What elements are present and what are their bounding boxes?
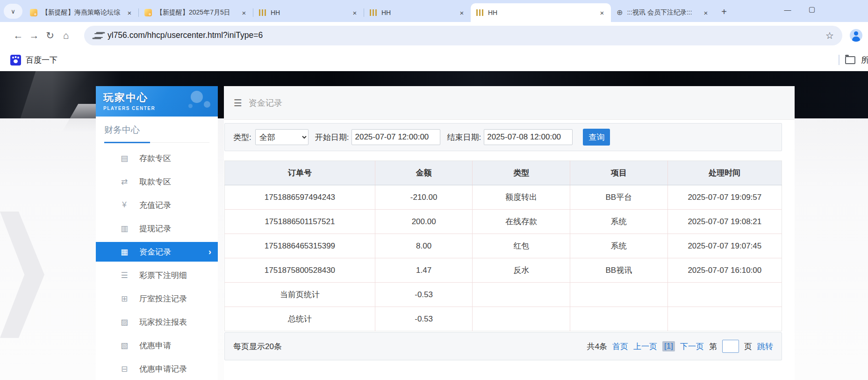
tab-close-icon[interactable]: × [458, 8, 466, 17]
window-controls: — ▢ [780, 0, 820, 19]
all-bookmarks-button[interactable]: 所 [839, 49, 868, 71]
tab-close-icon[interactable]: × [351, 8, 359, 17]
table-row: 17518864653153998.00红包系统2025-07-07 19:07… [225, 234, 782, 258]
table-row: 总统计-0.53 [225, 307, 782, 331]
next-page-link[interactable]: 下一页 [680, 341, 704, 352]
table-row: 1751886501157521200.00在线存款系统2025-07-07 1… [225, 210, 782, 234]
url-text[interactable]: yl756.com/hhcp/usercenter.html?iniType=6 [108, 30, 825, 40]
table-cell: -210.00 [375, 185, 473, 210]
address-bar[interactable]: yl756.com/hhcp/usercenter.html?iniType=6… [84, 26, 842, 45]
baidu-paw-icon [10, 55, 21, 66]
table-cell: 1751886597494243 [225, 185, 375, 210]
player-center-sidebar: 玩家中心 PLAYERS CENTER 财务中心 ▤存款专区⇄取款专区¥充值记录… [96, 86, 218, 380]
first-page-link[interactable]: 首页 [612, 341, 628, 352]
sidebar-item[interactable]: ▥提现记录 [96, 219, 218, 238]
tab-close-icon[interactable]: × [125, 8, 134, 17]
main-panel: ☰ 资金记录 类型: 全部 开始日期: 结束日期: 查询 订单号金额类型项目处理… [224, 86, 795, 380]
search-button[interactable]: 查询 [583, 129, 610, 146]
table-cell [667, 283, 782, 307]
new-tab-button[interactable]: + [717, 5, 731, 18]
page-size-label: 每页显示20条 [233, 341, 282, 352]
browser-tab[interactable]: ⊕:::视讯 会员下注纪录:::× [611, 3, 715, 22]
jump-suffix-label: 页 [744, 341, 752, 352]
back-button[interactable]: ← [10, 28, 26, 44]
sidebar-item[interactable]: ⊟优惠申请记录 [96, 359, 218, 379]
tab-close-icon[interactable]: × [240, 8, 248, 17]
type-label: 类型: [233, 132, 251, 143]
sidebar-item-label: 优惠申请 [139, 340, 171, 351]
header-cell: 订单号 [225, 161, 375, 185]
deposit-card-icon: ▤ [119, 153, 129, 163]
table-header-row: 订单号金额类型项目处理时间 [225, 161, 782, 185]
browser-tab[interactable]: 【新提醒】海燕策略论坛综× [24, 3, 138, 22]
sidebar-item[interactable]: ¥充值记录 [96, 195, 218, 215]
bookmarks-divider [839, 55, 839, 65]
profile-avatar[interactable] [850, 29, 862, 42]
table-cell: 2025-07-07 19:09:57 [667, 185, 782, 210]
start-date-label: 开始日期: [315, 132, 349, 143]
hamburger-icon[interactable]: ☰ [234, 97, 242, 109]
site-logo-icon [370, 9, 377, 16]
tab-search-button[interactable]: ∨ [4, 4, 22, 19]
header-cell: 金额 [375, 161, 473, 185]
sidebar-section-title: 财务中心 [104, 124, 209, 143]
prev-page-link[interactable]: 上一页 [633, 341, 657, 352]
table-row: 1751886597494243-210.00额度转出BB平台2025-07-0… [225, 185, 782, 210]
type-select[interactable]: 全部 [255, 129, 308, 145]
bookmark-label: 百度一下 [26, 55, 57, 66]
web-page: 玩家中心 PLAYERS CENTER 财务中心 ▤存款专区⇄取款专区¥充值记录… [0, 71, 868, 380]
sidebar-item[interactable]: ☰彩票下注明细 [96, 265, 218, 285]
chevron-down-icon: ∨ [11, 8, 15, 15]
site-settings-icon[interactable] [94, 32, 103, 39]
table-row: 17518758005284301.47反水BB视讯2025-07-07 16:… [225, 258, 782, 283]
browser-tab[interactable]: 【新提醒】2025年7月5日× [139, 3, 253, 22]
table-cell: 1751886465315399 [225, 234, 375, 258]
sidebar-item[interactable]: ▦资金记录› [96, 242, 218, 262]
browser-toolbar: ← → ↻ ⌂ yl756.com/hhcp/usercenter.html?i… [0, 22, 868, 49]
home-button[interactable]: ⌂ [58, 28, 74, 44]
browser-tab[interactable]: HH× [471, 3, 611, 22]
header-cell: 项目 [570, 161, 668, 185]
table-cell: 8.00 [375, 234, 473, 258]
funds-icon: ▦ [119, 247, 129, 257]
sidebar-item[interactable]: ⇄取款专区 [96, 172, 218, 191]
header-cell: 类型 [473, 161, 570, 185]
all-bookmarks-label: 所 [861, 55, 868, 66]
pagination-bar: 每页显示20条 共4条 首页 上一页 [1] 下一页 第 页 跳转 [224, 332, 782, 360]
end-date-label: 结束日期: [447, 132, 481, 143]
browser-tab[interactable]: HH× [253, 3, 364, 22]
page-title: 资金记录 [249, 97, 282, 109]
minimize-button[interactable]: — [780, 2, 796, 16]
tab-title: HH [271, 9, 346, 16]
reload-button[interactable]: ↻ [42, 28, 58, 44]
sidebar-item[interactable]: ▤存款专区 [96, 148, 218, 168]
tab-close-icon[interactable]: × [598, 8, 606, 17]
maximize-button[interactable]: ▢ [804, 2, 820, 16]
sidebar-item[interactable]: ▧优惠申请 [96, 336, 218, 355]
end-date-input[interactable] [484, 129, 573, 145]
sidebar-item-label: 提现记录 [139, 223, 171, 234]
total-count-label: 共4条 [587, 341, 607, 352]
chevron-right-icon: › [208, 247, 211, 257]
bookmark-star-icon[interactable]: ☆ [825, 30, 834, 41]
table-cell: 2025-07-07 16:10:00 [667, 258, 782, 283]
sidebar-item-label: 彩票下注明细 [139, 270, 187, 281]
browser-tab[interactable]: HH× [364, 3, 471, 22]
table-cell: 1.47 [375, 258, 473, 283]
main-header: ☰ 资金记录 [224, 86, 795, 120]
table-cell: 1751875800528430 [225, 258, 375, 283]
sidebar-item[interactable]: ▨玩家投注报表 [96, 312, 218, 332]
jump-button[interactable]: 跳转 [757, 341, 773, 352]
browser-window: ∨ 【新提醒】海燕策略论坛综×【新提醒】2025年7月5日×HH×HH×HH×⊕… [0, 0, 868, 380]
promo-record-icon: ⊟ [119, 364, 129, 374]
bookmark-baidu[interactable]: 百度一下 [10, 55, 57, 66]
bookmarks-bar: 百度一下 所 [0, 49, 868, 72]
jump-prefix-label: 第 [709, 341, 717, 352]
tab-close-icon[interactable]: × [702, 8, 710, 17]
sidebar-item[interactable]: ⊞厅室投注记录 [96, 289, 218, 308]
jump-page-input[interactable] [722, 340, 739, 353]
start-date-input[interactable] [352, 129, 440, 145]
forward-button[interactable]: → [26, 28, 42, 44]
table-cell: 系统 [570, 234, 668, 258]
chat-icon [144, 9, 152, 16]
